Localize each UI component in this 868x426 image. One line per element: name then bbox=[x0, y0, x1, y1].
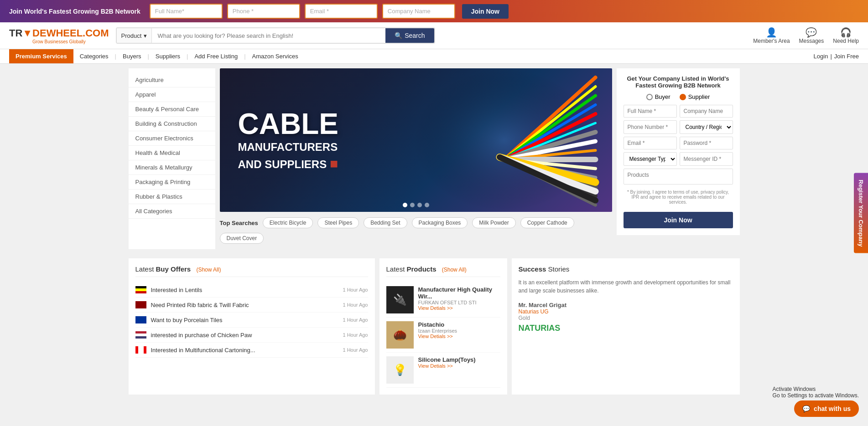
offer-text[interactable]: Want to buy Porcelain Tiles bbox=[151, 317, 338, 323]
main-content: Agriculture Apparel Beauty & Personal Ca… bbox=[120, 64, 749, 254]
sidebar-item-building[interactable]: Building & Construction bbox=[129, 117, 215, 131]
center-area: CABLE MANUFACTURERS AND SUPPLIERS ■ bbox=[220, 68, 612, 249]
tag-duvet-cover[interactable]: Duvet Cover bbox=[220, 233, 264, 244]
logo-title: TR▼DEWHEEL.COM bbox=[9, 27, 109, 39]
nav-buyers[interactable]: Buyers bbox=[116, 49, 147, 63]
reg-country-select[interactable]: Country / Region bbox=[680, 120, 733, 134]
reg-messenger-id-input[interactable] bbox=[680, 152, 733, 166]
offer-text[interactable]: Interested in Lentils bbox=[151, 287, 338, 293]
hero-dot-1[interactable] bbox=[403, 203, 407, 207]
windows-watermark-line1: Activate Windows bbox=[773, 386, 859, 392]
nav-amazon[interactable]: Amazon Services bbox=[246, 49, 305, 63]
sidebar-item-minerals[interactable]: Minerals & Metallurgy bbox=[129, 160, 215, 175]
logo[interactable]: TR▼DEWHEEL.COM Grow Businesses Globally bbox=[9, 27, 109, 44]
user-icon: 👤 bbox=[766, 27, 777, 38]
offer-text[interactable]: Interested in Multifunctional Cartoning.… bbox=[151, 347, 338, 354]
hero-dot-4[interactable] bbox=[425, 203, 429, 207]
offer-text[interactable]: interested in purchase of Chicken Paw bbox=[151, 332, 338, 339]
sidebar-item-beauty[interactable]: Beauty & Personal Care bbox=[129, 102, 215, 117]
sidebar-item-health[interactable]: Health & Medical bbox=[129, 146, 215, 160]
tag-steel-pipes[interactable]: Steel Pipes bbox=[317, 217, 359, 228]
products-title-bold: Products bbox=[407, 265, 437, 273]
banner-company-input[interactable] bbox=[382, 4, 455, 19]
sidebar-item-apparel[interactable]: Apparel bbox=[129, 87, 215, 102]
sidebar-item-rubber[interactable]: Rubber & Plastics bbox=[129, 190, 215, 204]
success-company-logo: NATURIAS bbox=[519, 323, 733, 333]
reg-products-textarea[interactable] bbox=[624, 169, 733, 185]
buyer-label: Buyer bbox=[655, 93, 670, 100]
offer-text[interactable]: Need Printed Rib fabric & Twill Fabric bbox=[151, 302, 338, 308]
banner-text: Join World's Fastest Growing B2B Network bbox=[9, 8, 140, 15]
table-row: Need Printed Rib fabric & Twill Fabric 1… bbox=[135, 298, 368, 313]
flag-ug bbox=[135, 286, 146, 293]
nav-add-listing[interactable]: Add Free Listing bbox=[188, 49, 244, 63]
hero-dot-3[interactable] bbox=[417, 203, 422, 207]
product-info-3: Silicone Lamp(Toys) View Detials >> bbox=[418, 356, 500, 384]
tag-bedding-set[interactable]: Bedding Set bbox=[364, 217, 407, 228]
category-sidebar: Agriculture Apparel Beauty & Personal Ca… bbox=[129, 68, 215, 249]
reg-phone-input[interactable] bbox=[624, 120, 677, 134]
products-title-normal: Latest bbox=[386, 265, 407, 273]
nav-bar: Premium Services Categories | Buyers | S… bbox=[0, 49, 868, 64]
reg-messenger-type-select[interactable]: Messenger Type * bbox=[624, 152, 677, 166]
buyer-radio[interactable]: Buyer bbox=[646, 93, 670, 100]
nav-suppliers[interactable]: Suppliers bbox=[149, 49, 187, 63]
sidebar-item-electronics[interactable]: Consumer Electronics bbox=[129, 131, 215, 146]
tag-packaging-boxes[interactable]: Packaging Boxes bbox=[412, 217, 468, 228]
product-info-2: Pistachio Izaan Enterprises View Detials… bbox=[418, 321, 500, 349]
reg-email-input[interactable] bbox=[624, 137, 677, 149]
sidebar-item-all-categories[interactable]: All Categories bbox=[129, 204, 215, 219]
join-free-link[interactable]: Join Free bbox=[834, 53, 859, 60]
search-type-label: Product bbox=[121, 32, 142, 39]
reg-disclaimer: * By joining, I agree to terms of use, p… bbox=[624, 190, 733, 205]
banner-phone-input[interactable] bbox=[227, 4, 300, 19]
tag-electric-bicycle[interactable]: Electric Bicycle bbox=[263, 217, 313, 228]
need-help-link[interactable]: 🎧 Need Help bbox=[833, 27, 859, 44]
side-register-bar[interactable]: Register Your Company bbox=[854, 173, 868, 253]
buy-offers-show-all[interactable]: (Show All) bbox=[196, 267, 221, 273]
banner-join-button[interactable]: Join Now bbox=[462, 4, 509, 19]
reg-password-input[interactable] bbox=[680, 137, 733, 149]
supplier-radio[interactable]: Supplier bbox=[680, 93, 710, 100]
hero-dot-2[interactable] bbox=[410, 203, 415, 207]
search-input[interactable] bbox=[152, 28, 385, 43]
reg-form: Country / Region Messenger Type * * By j… bbox=[624, 105, 733, 228]
members-area-label: Member's Area bbox=[753, 38, 790, 44]
reg-fullname-input[interactable] bbox=[624, 105, 677, 118]
premium-services-nav[interactable]: Premium Services bbox=[9, 49, 73, 63]
product-link-3[interactable]: View Detials >> bbox=[418, 363, 500, 369]
reg-join-button[interactable]: Join Now bbox=[624, 212, 733, 228]
search-type-dropdown[interactable]: Product ▾ bbox=[117, 28, 152, 43]
tag-milk-powder[interactable]: Milk Powder bbox=[472, 217, 515, 228]
banner-email-input[interactable] bbox=[305, 4, 378, 19]
offer-time: 1 Hour Ago bbox=[343, 287, 368, 293]
search-button-label: Search bbox=[405, 32, 425, 39]
success-person-company[interactable]: Naturias UG bbox=[519, 308, 733, 315]
sidebar-item-agriculture[interactable]: Agriculture bbox=[129, 73, 215, 87]
header-actions: 👤 Member's Area 💬 Messages 🎧 Need Help bbox=[753, 27, 859, 44]
tag-copper-cathode[interactable]: Copper Cathode bbox=[520, 217, 574, 228]
hero-title-line2: MANUFACTURERS bbox=[238, 141, 338, 154]
products-show-all[interactable]: (Show All) bbox=[442, 267, 467, 273]
login-link[interactable]: Login bbox=[814, 53, 828, 60]
sidebar-item-packaging[interactable]: Packaging & Printing bbox=[129, 175, 215, 190]
product-name-3: Silicone Lamp(Toys) bbox=[418, 356, 500, 363]
success-title-normal: Stories bbox=[548, 265, 570, 273]
search-button[interactable]: 🔍 Search bbox=[385, 28, 434, 43]
product-link-1[interactable]: View Detials >> bbox=[418, 305, 500, 311]
members-area-link[interactable]: 👤 Member's Area bbox=[753, 27, 790, 44]
bottom-sections: Latest Buy Offers (Show All) Interested … bbox=[120, 254, 749, 399]
banner-fullname-input[interactable] bbox=[150, 4, 223, 19]
success-title: Success Stories bbox=[519, 265, 733, 273]
messages-link[interactable]: 💬 Messages bbox=[799, 27, 824, 44]
supplier-label: Supplier bbox=[688, 93, 710, 100]
flag-us bbox=[135, 331, 146, 339]
list-item: 🔌 Manufacturer High Quality Wir... FURKA… bbox=[386, 282, 500, 318]
top-banner: Join World's Fastest Growing B2B Network… bbox=[0, 0, 868, 22]
list-item: 🌰 Pistachio Izaan Enterprises View Detia… bbox=[386, 318, 500, 353]
product-company-2: Izaan Enterprises bbox=[418, 328, 500, 334]
product-link-2[interactable]: View Detials >> bbox=[418, 334, 500, 339]
nav-categories[interactable]: Categories bbox=[73, 49, 115, 63]
reg-company-input[interactable] bbox=[680, 105, 733, 118]
top-searches: Top Searches Electric Bicycle Steel Pipe… bbox=[220, 212, 612, 249]
